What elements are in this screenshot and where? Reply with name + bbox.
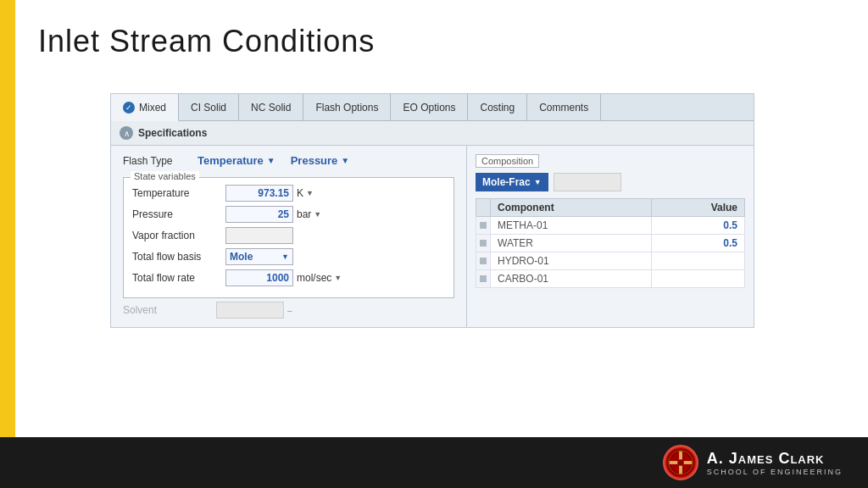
row-indicator-cell (476, 252, 491, 270)
total-flow-rate-unit: mol/sec ▼ (297, 272, 342, 284)
component-name-cell: WATER (491, 235, 652, 252)
school-name: School of Engineering (707, 468, 843, 476)
logo-area: A. James Clark School of Engineering (663, 445, 843, 480)
col-component-header: Component (491, 199, 652, 217)
table-row[interactable]: HYDRO-01 (476, 252, 745, 270)
table-row[interactable]: WATER0.5 (476, 235, 745, 252)
solvent-input[interactable] (216, 302, 284, 319)
svg-point-4 (677, 459, 684, 466)
vapor-fraction-label: Vapor fraction (132, 230, 225, 241)
pressure-unit: bar ▼ (297, 208, 321, 220)
component-name-cell: CARBO-01 (491, 270, 652, 288)
pressure-row: Pressure bar ▼ (132, 206, 445, 223)
body-split: Flash Type Temperature ▼ Pressure ▼ Stat… (111, 146, 754, 327)
basis-dropdown-arrow: ▼ (281, 252, 289, 261)
total-flow-rate-label: Total flow rate (132, 272, 225, 284)
temperature-input[interactable] (225, 185, 293, 202)
university-seal (663, 445, 698, 480)
total-flow-basis-dropdown[interactable]: Mole ▼ (225, 248, 293, 265)
composition-title: Composition (476, 154, 539, 168)
component-value-cell[interactable] (652, 270, 745, 288)
total-flow-rate-input[interactable] (225, 269, 293, 286)
total-flow-basis-label: Total flow basis (132, 251, 225, 263)
main-panel: ✓ Mixed CI Solid NC Solid Flash Options … (110, 93, 754, 328)
spec-section-label: Specifications (138, 127, 207, 139)
component-value-cell[interactable]: 0.5 (652, 235, 745, 252)
mole-frac-row: Mole-Frac ▼ (476, 173, 745, 191)
tab-eo-options[interactable]: EO Options (391, 94, 468, 120)
row-indicator-cell (476, 270, 491, 288)
temperature-unit: K ▼ (297, 187, 314, 199)
state-variables-box: State variables Temperature K ▼ Pressure… (123, 177, 454, 298)
state-variables-legend: State variables (131, 171, 199, 181)
row-indicator-icon (480, 258, 487, 264)
tab-flash-options[interactable]: Flash Options (303, 94, 391, 120)
solvent-label: Solvent (123, 304, 216, 316)
flash-type-temp-value: Temperature (198, 154, 264, 167)
composition-table: Component Value METHA-010.5WATER0.5HYDRO… (476, 198, 745, 288)
row-indicator-icon (480, 222, 487, 229)
flash-type-row: Flash Type Temperature ▼ Pressure ▼ (123, 154, 454, 167)
component-name-cell: METHA-01 (491, 217, 652, 235)
row-indicator-cell (476, 235, 491, 252)
temperature-label: Temperature (132, 187, 225, 199)
pressure-label: Pressure (132, 208, 225, 220)
temperature-unit-arrow[interactable]: ▼ (306, 189, 314, 197)
mixed-check-icon: ✓ (123, 102, 135, 114)
component-value-cell[interactable]: 0.5 (652, 217, 745, 235)
mole-frac-dropdown[interactable]: Mole-Frac ▼ (476, 173, 548, 191)
solvent-row: Solvent – (123, 302, 454, 319)
pressure-input[interactable] (225, 206, 293, 223)
flash-type-pressure-dropdown[interactable]: Pressure ▼ (291, 154, 350, 167)
row-indicator-icon (480, 275, 487, 282)
temperature-row: Temperature K ▼ (132, 185, 445, 202)
footer-bar: A. James Clark School of Engineering (0, 437, 868, 488)
tab-comments[interactable]: Comments (527, 94, 601, 120)
col-indicator-header (476, 199, 491, 217)
total-flow-rate-row: Total flow rate mol/sec ▼ (132, 269, 445, 286)
tab-ci-solid[interactable]: CI Solid (179, 94, 239, 120)
flash-type-pressure-arrow: ▼ (341, 156, 349, 165)
flow-rate-unit-arrow[interactable]: ▼ (334, 274, 342, 282)
row-indicator-cell (476, 217, 491, 235)
col-value-header: Value (652, 199, 745, 217)
accent-bar (0, 0, 15, 441)
left-panel: Flash Type Temperature ▼ Pressure ▼ Stat… (111, 146, 467, 327)
tabs-row: ✓ Mixed CI Solid NC Solid Flash Options … (111, 94, 754, 121)
tab-mixed[interactable]: ✓ Mixed (111, 94, 179, 121)
vapor-fraction-row: Vapor fraction (132, 227, 445, 244)
right-panel: Composition Mole-Frac ▼ Component Value (467, 146, 754, 327)
logo-text: A. James Clark School of Engineering (707, 450, 843, 476)
university-name: A. James Clark (707, 450, 843, 468)
component-name-cell: HYDRO-01 (491, 252, 652, 270)
pressure-unit-arrow[interactable]: ▼ (314, 210, 321, 219)
page-title: Inlet Stream Conditions (38, 24, 375, 59)
tab-costing[interactable]: Costing (468, 94, 527, 120)
flash-type-temp-arrow: ▼ (267, 156, 275, 165)
solvent-arrow: – (287, 306, 292, 315)
total-flow-basis-row: Total flow basis Mole ▼ (132, 248, 445, 265)
mole-frac-second-dropdown[interactable] (554, 173, 621, 191)
component-value-cell[interactable] (652, 252, 745, 270)
flash-type-pressure-value: Pressure (291, 154, 338, 167)
table-row[interactable]: METHA-010.5 (476, 217, 745, 235)
collapse-button[interactable]: ∧ (120, 126, 133, 140)
spec-section-header: ∧ Specifications (111, 121, 754, 146)
table-row[interactable]: CARBO-01 (476, 270, 745, 288)
mole-frac-arrow: ▼ (534, 178, 542, 186)
tab-nc-solid[interactable]: NC Solid (239, 94, 303, 120)
row-indicator-icon (480, 240, 487, 247)
flash-type-temperature-dropdown[interactable]: Temperature ▼ (198, 154, 275, 167)
vapor-fraction-input[interactable] (225, 227, 293, 244)
flash-type-label: Flash Type (123, 155, 191, 167)
